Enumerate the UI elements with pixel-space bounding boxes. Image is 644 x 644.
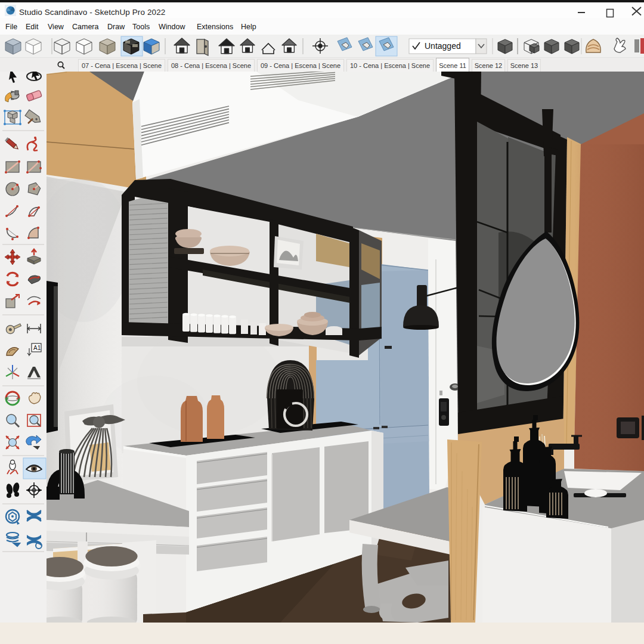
svg-text:A1: A1 [33, 345, 41, 351]
svg-text:Untagged: Untagged [425, 41, 461, 51]
